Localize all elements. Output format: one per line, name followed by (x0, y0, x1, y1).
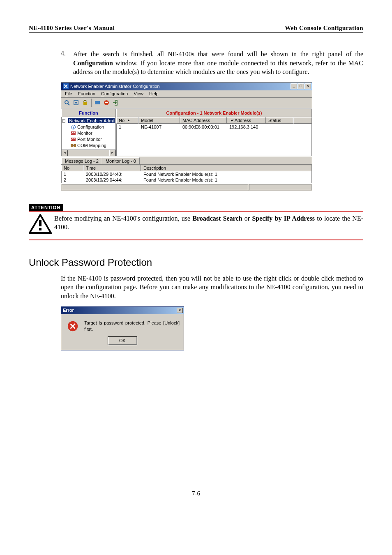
step-number: 4. (61, 50, 73, 76)
tree-root[interactable]: Network Enabler Admi (68, 118, 115, 123)
ok-button[interactable]: OK (108, 336, 137, 345)
col-no[interactable]: No ▲ (116, 117, 138, 124)
col-mac[interactable]: MAC Address (180, 117, 227, 124)
error-dialog: Error × Target is password protected. Pl… (61, 306, 184, 350)
step-text-bold: Configuration (73, 60, 113, 67)
function-header: Function (61, 109, 116, 117)
scroll-right-button[interactable]: ► (109, 150, 115, 156)
menu-help[interactable]: Help (146, 91, 161, 96)
data-grid[interactable]: 1 NE-4100T 00:90:E8:00:00:01 192.168.3.1… (116, 124, 312, 156)
right-pane-header: Configuration - 1 Network Enabler Module… (116, 109, 312, 117)
menu-view[interactable]: View (131, 91, 146, 96)
log-cell-time: 2003/10/29 04:43: (84, 172, 141, 177)
log-cell-desc: Found Network Enabler Module(s): 1 (141, 177, 311, 182)
svg-point-4 (75, 102, 77, 104)
toolbar (61, 98, 312, 108)
log-cell-no: 1 (62, 172, 84, 177)
svg-rect-20 (39, 228, 42, 230)
svg-rect-6 (95, 101, 100, 104)
log-row[interactable]: 1 2003/10/29 04:43: Found Network Enable… (62, 171, 311, 177)
app-window: Network Enabler Administrator-Configurat… (61, 82, 312, 191)
col-model[interactable]: Model (138, 117, 180, 124)
toolbar-search-icon[interactable] (63, 99, 71, 107)
menu-function[interactable]: Function (75, 91, 98, 96)
log-cell-no: 2 (62, 177, 84, 182)
minimize-button[interactable]: _ (291, 83, 297, 89)
tab-message-log[interactable]: Message Log - 2 (61, 157, 102, 164)
menu-file[interactable]: File (62, 91, 75, 96)
port-monitor-icon (71, 137, 76, 142)
scroll-left-button[interactable]: ◄ (62, 150, 68, 156)
error-title: Error (63, 307, 74, 313)
toolbar-stop-icon[interactable] (102, 99, 111, 107)
header-left: NE-4100 Series User's Manual (29, 25, 115, 32)
root-icon (67, 118, 67, 124)
titlebar: Network Enabler Administrator-Configurat… (61, 83, 312, 90)
svg-point-1 (65, 101, 68, 104)
toolbar-device-icon[interactable] (93, 99, 101, 107)
svg-rect-14 (71, 144, 73, 147)
error-icon (67, 320, 78, 332)
log-col-time[interactable]: Time (83, 165, 141, 171)
log-cell-desc: Found Network Enabler Module(s): 1 (141, 172, 311, 177)
log-col-desc[interactable]: Description (141, 165, 312, 171)
tree-view[interactable]: −Network Enabler Admi iConfiguration Mon… (61, 117, 116, 156)
log-col-no[interactable]: No (61, 165, 83, 171)
section-body: If the NE-4100 is password protected, th… (61, 274, 363, 350)
col-status[interactable]: Status (266, 117, 293, 124)
toolbar-locate-icon[interactable] (72, 99, 80, 107)
step-text: After the search is finished, all NE-410… (73, 50, 363, 76)
page-number: 7-6 (29, 490, 363, 497)
status-bar (61, 183, 312, 191)
com-mapping-icon (71, 143, 76, 148)
menubar: File Function Configuration View Help (61, 90, 312, 98)
window-title: Network Enabler Administrator-Configurat… (70, 84, 160, 89)
cell-mac: 00:90:E8:00:00:01 (180, 124, 227, 129)
toolbar-exit-icon[interactable] (111, 99, 120, 107)
tree-item-port-monitor[interactable]: Port Monitor (77, 137, 102, 142)
cell-no: 1 (117, 124, 139, 129)
tab-monitor-log[interactable]: Monitor Log - 0 (102, 157, 140, 164)
svg-rect-15 (74, 144, 76, 147)
svg-rect-9 (67, 121, 67, 121)
error-close-button[interactable]: × (177, 308, 183, 313)
col-blank (293, 117, 312, 124)
step-text-post: window. If you locate more than one modu… (73, 60, 363, 76)
warning-icon (29, 214, 54, 235)
menu-configuration[interactable]: Configuration (98, 91, 131, 96)
svg-rect-8 (105, 102, 108, 103)
tree-item-com-mapping[interactable]: COM Mapping (77, 143, 106, 148)
attention-text: Before modifying an NE-4100's configurat… (54, 214, 363, 232)
toolbar-separator (91, 99, 92, 107)
step-text-pre: After the search is finished, all NE-410… (73, 51, 363, 58)
monitor-icon (71, 131, 76, 136)
svg-line-2 (68, 104, 69, 105)
section-title: Unlock Password Protection (29, 257, 363, 268)
app-icon (63, 83, 69, 89)
log-grid[interactable]: 1 2003/10/29 04:43: Found Network Enable… (61, 171, 312, 183)
toolbar-unlock-icon[interactable] (81, 99, 89, 107)
close-button[interactable]: × (304, 83, 311, 89)
tree-item-monitor[interactable]: Monitor (77, 131, 92, 136)
cell-model: NE-4100T (139, 124, 180, 129)
col-ip[interactable]: IP Address (227, 117, 266, 124)
svg-rect-5 (83, 102, 87, 105)
cell-ip: 192.168.3.140 (227, 124, 266, 129)
log-cell-time: 2003/10/29 04:44: (84, 177, 141, 182)
error-message: Target is password protected. Please [Un… (84, 320, 180, 332)
table-row[interactable]: 1 NE-4100T 00:90:E8:00:00:01 192.168.3.1… (117, 124, 311, 130)
attention-label: ATTENTION (29, 204, 63, 211)
svg-text:i: i (73, 125, 74, 129)
maximize-button[interactable]: □ (297, 83, 304, 89)
tree-item-configuration[interactable]: Configuration (77, 124, 104, 129)
header-right: Web Console Configuration (285, 25, 363, 32)
log-row[interactable]: 2 2003/10/29 04:44: Found Network Enable… (62, 177, 311, 183)
error-titlebar: Error × (61, 307, 184, 314)
config-icon: i (71, 124, 76, 130)
svg-rect-19 (39, 220, 42, 226)
